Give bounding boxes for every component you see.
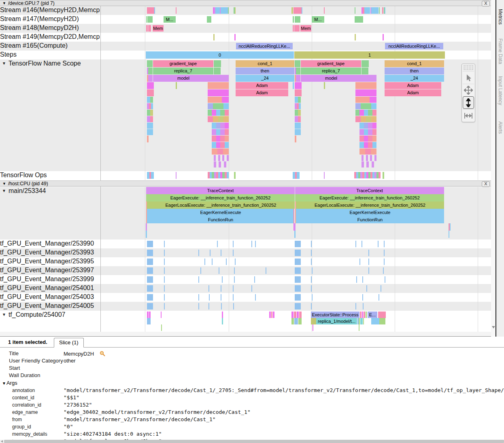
trace-event-sliver[interactable]	[324, 7, 325, 14]
trace-event-sliver[interactable]	[164, 259, 165, 265]
trace-event-sliver[interactable]	[164, 241, 165, 247]
trace-event-fragment[interactable]	[355, 97, 362, 103]
trace-event-sliver[interactable]	[164, 276, 165, 283]
trace-event-sliver[interactable]	[164, 250, 165, 256]
trace-event-fragment[interactable]	[368, 129, 372, 135]
track-label-name-scope[interactable]: ▼TensorFlow Name Scope	[0, 60, 100, 68]
trace-event-sliver[interactable]	[295, 285, 301, 292]
trace-event[interactable]: M...	[312, 16, 324, 23]
trace-event[interactable]: Mem	[300, 25, 311, 32]
trace-event-fragment[interactable]	[371, 103, 376, 109]
trace-event-sliver[interactable]	[147, 7, 154, 14]
trace-event-sliver[interactable]	[379, 7, 380, 14]
trace-event-fragment[interactable]	[359, 110, 364, 116]
trace-event-fragment[interactable]	[359, 148, 365, 155]
trace-event-sliver[interactable]	[359, 259, 360, 265]
trace-event-sliver[interactable]	[255, 294, 256, 301]
trace-event-fragment[interactable]	[225, 110, 229, 116]
trace-event-sliver[interactable]	[198, 303, 199, 309]
trace-event-fragment[interactable]	[368, 136, 372, 142]
trace-event[interactable]: model	[301, 75, 362, 82]
trace-event-sliver[interactable]	[368, 250, 369, 256]
trace-event[interactable]: ExecutorState::Process	[311, 312, 359, 318]
trace-event-sliver[interactable]	[294, 223, 296, 231]
trace-event-fragment[interactable]	[224, 161, 226, 167]
trace-event-fragment[interactable]	[368, 123, 372, 129]
trace-event[interactable]: gradient_tape	[301, 60, 361, 67]
trace-event-sliver[interactable]	[251, 241, 252, 247]
trace-event-fragment[interactable]	[212, 148, 217, 155]
trace-event-sliver[interactable]	[233, 250, 234, 256]
trace-event-fragment[interactable]	[372, 129, 377, 135]
tab-input-latency[interactable]: Input Latency	[498, 76, 503, 105]
trace-event[interactable]: Adam	[236, 89, 288, 96]
trace-event-sliver[interactable]	[235, 7, 236, 14]
trace-event-fragment[interactable]	[208, 103, 213, 109]
trace-event-sliver[interactable]	[147, 259, 153, 265]
trace-event-fragment[interactable]	[214, 161, 216, 167]
trace-event-fragment[interactable]	[298, 110, 301, 116]
trace-event-sliver[interactable]	[355, 241, 356, 247]
trace-event-fragment[interactable]	[364, 110, 368, 116]
trace-event-sliver[interactable]	[293, 25, 294, 32]
trace-event-sliver[interactable]	[311, 250, 312, 256]
selection-tool-button[interactable]	[463, 71, 474, 83]
trace-event[interactable]: EagerExecute: __inference_train_function…	[146, 194, 295, 201]
trace-event-sliver[interactable]	[295, 89, 302, 96]
trace-event-fragment[interactable]	[361, 103, 366, 109]
vertical-scrollbar[interactable]	[491, 0, 495, 337]
trace-event-fragment[interactable]	[212, 123, 216, 129]
trace-event-sliver[interactable]	[295, 303, 301, 309]
trace-event[interactable]: EagerLocalExecute: __inference_train_fun…	[147, 201, 295, 209]
trace-event-sliver[interactable]	[295, 16, 300, 23]
trace-event-fragment[interactable]	[379, 172, 381, 178]
trace-event-sliver[interactable]	[271, 312, 272, 318]
trace-event-sliver[interactable]	[364, 312, 365, 318]
trace-event-sliver[interactable]	[176, 7, 177, 14]
trace-event-sliver[interactable]	[291, 312, 293, 318]
trace-event-sliver[interactable]	[208, 303, 209, 309]
trace-event-sliver[interactable]	[147, 241, 153, 247]
trace-event-sliver[interactable]	[222, 312, 223, 318]
trace-event-fragment[interactable]	[216, 142, 221, 148]
trace-event-sliver[interactable]	[147, 276, 153, 283]
trace-event-sliver[interactable]	[449, 231, 449, 238]
trace-event-fragment[interactable]	[208, 116, 213, 122]
trace-event-sliver[interactable]	[366, 285, 367, 292]
trace-event-fragment[interactable]	[299, 103, 301, 109]
trace-event-sliver[interactable]	[294, 312, 296, 318]
trace-event-sliver[interactable]	[147, 89, 154, 96]
trace-event-sliver[interactable]	[233, 285, 234, 292]
trace-event-sliver[interactable]	[147, 16, 153, 23]
trace-event-sliver[interactable]	[212, 259, 213, 265]
trace-event-sliver[interactable]	[295, 294, 301, 301]
trace-event-fragment[interactable]	[213, 103, 218, 109]
trace-event[interactable]: ncclAllReduceRingLLKe...	[385, 43, 443, 49]
trace-event-fragment[interactable]	[216, 123, 221, 129]
trace-event-fragment[interactable]	[355, 110, 359, 116]
trace-event-sliver[interactable]	[355, 303, 356, 309]
trace-event-sliver[interactable]	[146, 231, 147, 238]
trace-event-fragment[interactable]	[220, 136, 225, 142]
trace-event-sliver[interactable]	[371, 7, 379, 14]
trace-event[interactable]: ncclAllReduceRingLLKe...	[236, 43, 293, 49]
trace-event-sliver[interactable]	[198, 294, 199, 301]
trace-event-fragment[interactable]	[216, 110, 220, 116]
trace-event-sliver[interactable]	[324, 172, 325, 179]
scroll-down-icon[interactable]	[492, 326, 495, 329]
trace-event-sliver[interactable]	[293, 16, 294, 23]
trace-event-fragment[interactable]	[147, 123, 153, 129]
track-label-main[interactable]: ▼main/253344	[0, 187, 100, 196]
trace-event-sliver[interactable]	[221, 250, 221, 256]
trace-event-sliver[interactable]	[234, 34, 236, 40]
cpu-collapse-icon[interactable]: ▼	[2, 182, 6, 186]
trace-event-sliver[interactable]	[364, 7, 370, 14]
gpu-collapse-icon[interactable]: ▼	[2, 1, 6, 5]
trace-event-sliver[interactable]	[214, 60, 221, 67]
trace-event-sliver[interactable]	[450, 223, 451, 231]
trace-event-sliver[interactable]	[147, 285, 153, 292]
trace-event-sliver[interactable]	[383, 172, 384, 179]
trace-event-sliver[interactable]	[356, 276, 357, 283]
trace-event-sliver[interactable]	[294, 231, 296, 238]
trace-event-sliver[interactable]	[291, 318, 294, 324]
